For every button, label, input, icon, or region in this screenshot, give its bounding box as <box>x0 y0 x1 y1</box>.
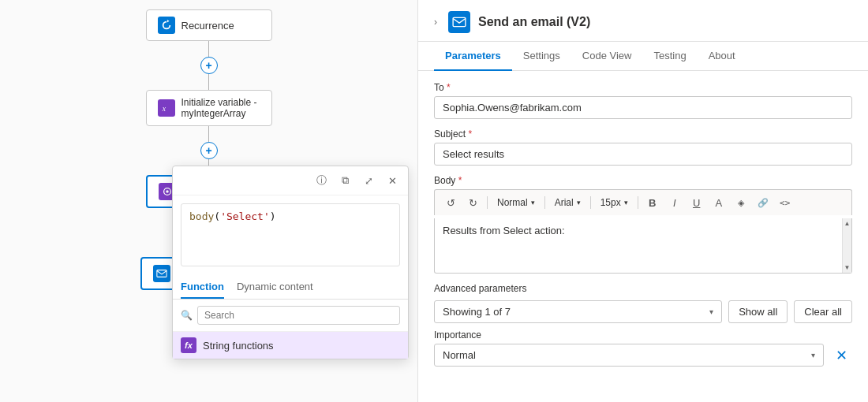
right-panel: › Send an email (V2) Parameters Settings… <box>418 0 868 402</box>
tab-code-view[interactable]: Code View <box>571 42 643 71</box>
workflow-canvas: Recurrence + x Initialize variable -myIn… <box>0 0 418 402</box>
breadcrumb-chevron: › <box>434 17 437 28</box>
expand-icon[interactable]: ⤢ <box>359 171 378 190</box>
importance-value: Normal <box>443 349 476 361</box>
flyout-search-input[interactable] <box>197 306 400 325</box>
advanced-section: Advanced parameters Showing 1 of 7 ▾ Sho… <box>434 283 852 367</box>
close-importance-btn[interactable]: ✕ <box>830 344 852 367</box>
copy-icon[interactable]: ⧉ <box>335 171 354 190</box>
body-text: Results from Select action: <box>443 225 565 236</box>
toolbar-divider-1 <box>487 196 488 209</box>
flyout-header: ⓘ ⧉ ⤢ ✕ <box>173 166 408 195</box>
svg-rect-4 <box>453 17 466 26</box>
connector-2 <box>208 74 210 90</box>
panel-content: To * Subject * Body * ↺ ↻ Normal ▾ <box>418 71 868 402</box>
func-text: body <box>189 210 214 222</box>
font-dropdown[interactable]: Arial ▾ <box>550 195 586 210</box>
variable-icon: x <box>158 99 175 117</box>
subject-field-group: Subject * <box>434 128 852 166</box>
connector-3 <box>208 126 210 142</box>
string-text: 'Select' <box>220 210 270 222</box>
tab-testing[interactable]: Testing <box>642 42 697 71</box>
panel-header: › Send an email (V2) <box>418 0 868 42</box>
tab-dynamic-content[interactable]: Dynamic content <box>237 281 313 299</box>
importance-row: Normal ▾ ✕ <box>434 344 852 367</box>
underline-btn[interactable]: U <box>687 193 706 212</box>
undo-btn[interactable]: ↺ <box>441 193 460 212</box>
bold-btn[interactable]: B <box>643 193 662 212</box>
tab-about[interactable]: About <box>698 42 746 71</box>
section-label: String functions <box>203 340 274 352</box>
advanced-label: Advanced parameters <box>434 283 852 294</box>
panel-title: Send an email (V2) <box>478 15 590 29</box>
color-btn[interactable]: A <box>709 193 728 212</box>
close-flyout-icon[interactable]: ✕ <box>383 171 402 190</box>
tab-settings[interactable]: Settings <box>512 42 571 71</box>
svg-rect-3 <box>157 270 166 277</box>
highlight-btn[interactable]: ◈ <box>731 193 750 212</box>
subject-label: Subject * <box>434 128 852 140</box>
body-toolbar: ↺ ↻ Normal ▾ Arial ▾ 15px ▾ B <box>434 189 852 215</box>
to-label: To * <box>434 82 852 93</box>
body-label: Body * <box>434 175 852 186</box>
node-variable-label: Initialize variable -myIntegerArray <box>181 97 257 119</box>
node-recurrence[interactable]: Recurrence <box>146 9 272 41</box>
svg-point-2 <box>166 190 169 193</box>
email-icon <box>153 265 170 282</box>
panel-nav-tabs: Parameters Settings Code View Testing Ab… <box>418 42 868 71</box>
importance-dropdown[interactable]: Normal ▾ <box>434 344 824 367</box>
scroll-down[interactable]: ▼ <box>844 264 851 271</box>
body-editor[interactable]: Results from Select action: ▲ ▼ <box>434 218 852 274</box>
to-field-group: To * <box>434 82 852 119</box>
fx-icon: fx <box>181 337 196 353</box>
importance-chevron: ▾ <box>811 351 815 359</box>
showing-row: Showing 1 of 7 ▾ Show all Clear all <box>434 300 852 323</box>
show-all-btn[interactable]: Show all <box>728 300 788 323</box>
code-btn[interactable]: <> <box>776 193 795 212</box>
add-between-1[interactable]: + <box>200 57 218 74</box>
showing-value: Showing 1 of 7 <box>443 306 511 318</box>
subject-input[interactable] <box>434 143 852 166</box>
body-scrollbar[interactable]: ▲ ▼ <box>842 218 851 273</box>
toolbar-divider-3 <box>590 196 591 209</box>
svg-text:x: x <box>161 104 166 113</box>
toolbar-divider-4 <box>638 196 638 209</box>
search-icon: 🔍 <box>181 310 193 321</box>
tab-parameters[interactable]: Parameters <box>434 42 512 71</box>
recurrence-icon <box>158 17 175 34</box>
flyout-code: body('Select') <box>181 203 400 266</box>
style-dropdown[interactable]: Normal ▾ <box>492 195 540 210</box>
flyout-popup: ⓘ ⧉ ⤢ ✕ body('Select') Function Dynamic … <box>172 166 409 359</box>
to-input[interactable] <box>434 96 852 119</box>
connector-1 <box>208 41 210 57</box>
scroll-up[interactable]: ▲ <box>844 220 851 227</box>
node-init-variable[interactable]: x Initialize variable -myIntegerArray <box>146 90 272 126</box>
flyout-search-area: 🔍 <box>173 300 408 332</box>
size-dropdown[interactable]: 15px ▾ <box>596 195 633 210</box>
flyout-section[interactable]: fx String functions <box>173 332 408 359</box>
clear-all-btn[interactable]: Clear all <box>794 300 852 323</box>
flyout-tabs: Function Dynamic content <box>173 274 408 300</box>
panel-email-icon <box>448 11 470 33</box>
node-recurrence-label: Recurrence <box>181 20 234 32</box>
info-icon[interactable]: ⓘ <box>312 171 331 190</box>
flyout-body: body('Select') <box>173 195 408 274</box>
redo-btn[interactable]: ↻ <box>463 193 482 212</box>
link-btn[interactable]: 🔗 <box>754 193 773 212</box>
body-field-group: Body * ↺ ↻ Normal ▾ Arial ▾ 15px ▾ <box>434 175 852 274</box>
italic-btn[interactable]: I <box>665 193 684 212</box>
importance-label: Importance <box>434 329 852 341</box>
add-between-2[interactable]: + <box>200 142 218 159</box>
tab-function[interactable]: Function <box>181 281 224 299</box>
toolbar-divider-2 <box>544 196 545 209</box>
showing-chevron: ▾ <box>709 307 713 316</box>
showing-dropdown[interactable]: Showing 1 of 7 ▾ <box>434 300 722 323</box>
importance-group: Importance Normal ▾ ✕ <box>434 329 852 367</box>
